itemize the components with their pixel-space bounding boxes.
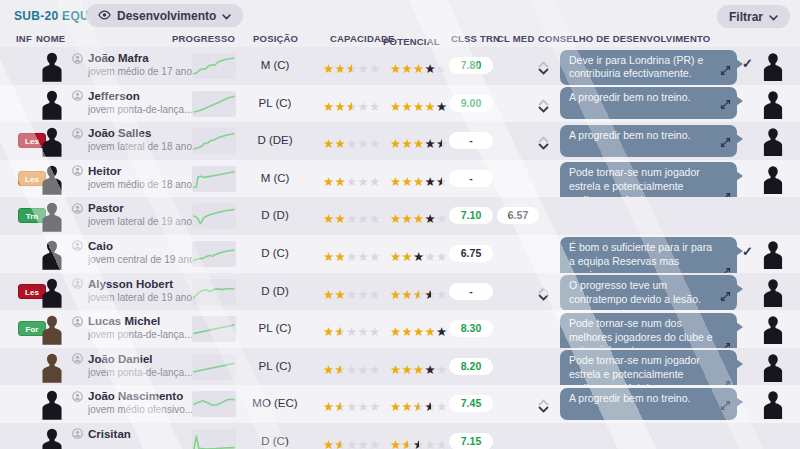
column-inf[interactable]: INF (16, 33, 32, 44)
expand-advice-icon[interactable] (720, 291, 731, 306)
advice-bubble[interactable]: Deve ir para Londrina (PR) e contribuiri… (560, 50, 737, 86)
chevron-down-icon[interactable] (538, 136, 549, 154)
player-row[interactable]: Caio jovem central de 19 anos D (C) ★★★★… (0, 235, 800, 273)
chevron-down-icon[interactable] (538, 99, 549, 117)
expand-advice-icon[interactable] (720, 137, 731, 152)
column-cl-med[interactable]: CL MED (497, 33, 534, 44)
player-row[interactable]: Trn Pastor jovem lateral de 19 anos D (D… (0, 197, 800, 235)
player-name[interactable]: João Daniel (88, 353, 153, 365)
player-avatar[interactable] (39, 238, 65, 271)
player-avatar[interactable] (39, 313, 65, 346)
column-conselho[interactable]: CONSELHO DE DESENVOLVIMENTO (538, 33, 710, 44)
advisor-avatar[interactable] (760, 277, 786, 308)
view-selector-button[interactable]: Desenvolvimento (86, 4, 243, 27)
expand-advice-icon[interactable] (720, 99, 731, 114)
person-circle-icon (72, 316, 83, 327)
progress-sparkline (192, 279, 236, 305)
player-name[interactable]: Lucas Michel (88, 315, 160, 327)
advisor-avatar[interactable] (760, 164, 786, 195)
player-description: jovem lateral de 18 anos (72, 141, 190, 152)
player-row[interactable]: João Nascimento jovem médio ofensivo... … (0, 385, 800, 423)
row-expand-chevrons[interactable] (538, 52, 552, 80)
player-description: jovem lateral de 19 anos (72, 292, 190, 303)
column-progresso[interactable]: PROGRESSO (172, 33, 235, 44)
player-name[interactable]: Caio (88, 240, 113, 252)
advisor-avatar[interactable] (760, 352, 786, 383)
player-avatar[interactable] (39, 88, 65, 121)
expand-advice-icon[interactable] (720, 400, 731, 415)
advisor-avatar[interactable] (760, 89, 786, 120)
eye-icon (98, 9, 111, 23)
chevron-down-icon[interactable] (538, 399, 549, 417)
row-expand-chevrons[interactable] (538, 278, 552, 306)
player-name[interactable]: João Nascimento (88, 390, 183, 402)
player-avatar[interactable] (39, 276, 65, 309)
training-rating: 9.00 (449, 95, 493, 112)
player-row[interactable]: Les Heitor jovem médio de 18 anos M (C) … (0, 160, 800, 198)
position-label: MO (EC) (240, 397, 310, 409)
position-label: M (C) (240, 172, 310, 184)
advisor-avatar[interactable] (760, 314, 786, 345)
player-description: jovem ponta-de-lança... (72, 329, 190, 340)
filter-button[interactable]: Filtrar (717, 5, 790, 28)
player-name[interactable]: Pastor (88, 202, 124, 214)
name-cell: Heitor jovem médio de 18 anos (72, 165, 190, 190)
player-row[interactable]: João Daniel jovem ponta-de-lança... PL (… (0, 348, 800, 386)
row-expand-chevrons[interactable] (538, 390, 552, 418)
advice-bubble[interactable]: O progresso teve um contratempo devido a… (560, 275, 737, 311)
column-clss-trn[interactable]: CLSS TRN (451, 33, 500, 44)
name-cell: João Salles jovem lateral de 18 anos (72, 127, 190, 152)
ability-stars: ★★★★★ (323, 285, 381, 303)
ability-stars: ★★★★★★ (323, 435, 381, 449)
advice-bubble[interactable]: A progredir bem no treino. (560, 125, 737, 157)
chevron-down-icon[interactable] (538, 61, 549, 79)
progress-sparkline (192, 354, 236, 380)
player-avatar[interactable] (39, 351, 65, 384)
bubble-tail (736, 284, 743, 294)
chevron-down-icon[interactable] (538, 287, 549, 305)
player-row[interactable]: João Mafra jovem médio de 17 anos M (C) … (0, 47, 800, 85)
player-name[interactable]: Alysson Hobert (88, 278, 173, 290)
player-avatar[interactable] (39, 125, 65, 158)
player-name[interactable]: Jefferson (88, 90, 140, 102)
progress-sparkline (192, 429, 236, 449)
progress-sparkline (192, 241, 236, 267)
position-label: M (C) (240, 59, 310, 71)
player-row[interactable]: Les Alysson Hobert jovem lateral de 19 a… (0, 273, 800, 311)
player-name[interactable]: João Mafra (88, 52, 149, 64)
column-nome[interactable]: NOME (36, 33, 65, 44)
advice-bubble[interactable]: A progredir bem no treino. (560, 388, 737, 420)
player-avatar[interactable] (39, 200, 65, 233)
advisor-avatar[interactable] (760, 389, 786, 420)
person-circle-icon (72, 391, 83, 402)
average-rating: 6.57 (497, 207, 539, 224)
expand-advice-icon[interactable] (720, 65, 731, 80)
ability-stars: ★★★★★ (323, 134, 381, 152)
player-avatar[interactable] (39, 163, 65, 196)
name-cell: João Daniel jovem ponta-de-lança... (72, 353, 190, 378)
player-avatar[interactable] (39, 388, 65, 421)
person-circle-icon (72, 128, 83, 139)
bubble-tail (736, 397, 743, 407)
player-row[interactable]: For Lucas Michel jovem ponta-de-lança...… (0, 310, 800, 348)
player-row[interactable]: Jefferson jovem ponta-de-lança... PL (C)… (0, 85, 800, 123)
check-icon[interactable]: ✓ (742, 244, 753, 259)
row-expand-chevrons[interactable] (538, 127, 552, 155)
player-name[interactable]: João Salles (88, 127, 151, 139)
check-icon[interactable]: ✓ (742, 56, 753, 71)
progress-sparkline (192, 166, 236, 192)
training-rating: 7.10 (449, 207, 493, 224)
player-name[interactable]: Crisitan (88, 428, 131, 440)
player-avatar[interactable] (39, 50, 65, 83)
advisor-avatar[interactable] (760, 126, 786, 157)
advisor-avatar[interactable] (760, 51, 786, 82)
column-posicao[interactable]: POSIÇÃO (253, 33, 298, 44)
advisor-avatar[interactable] (760, 239, 786, 270)
player-row[interactable]: Crisitan D (C) ★★★★★★ ★★★★★★★ 7.15 (0, 423, 800, 449)
player-name[interactable]: Heitor (88, 165, 121, 177)
row-expand-chevrons[interactable] (538, 90, 552, 118)
advice-bubble[interactable]: A progredir bem no treino. (560, 87, 737, 119)
player-avatar[interactable] (39, 426, 65, 449)
player-row[interactable]: Les João Salles jovem lateral de 18 anos… (0, 122, 800, 160)
training-rating: 7.45 (449, 395, 493, 412)
